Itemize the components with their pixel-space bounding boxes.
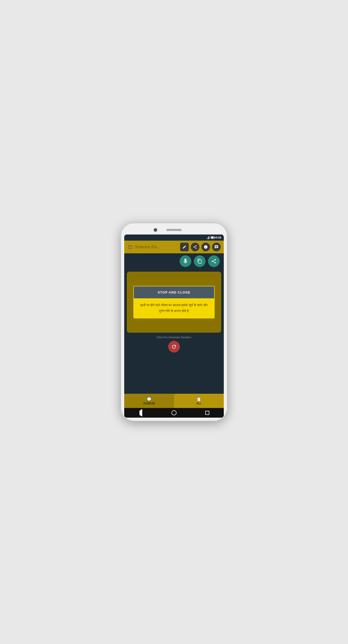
tab-random[interactable]: 💬 RANDOM: [124, 394, 174, 408]
stop-close-button[interactable]: STOP AND CLOSE: [133, 286, 215, 298]
status-time: 4:59: [216, 236, 221, 239]
tab-random-icon: 💬: [147, 397, 152, 402]
app-bar: Science Fa...: [124, 241, 224, 253]
share-action-button[interactable]: [208, 255, 220, 267]
chat-icon-btn[interactable]: [212, 243, 221, 251]
back-button[interactable]: [137, 409, 144, 416]
tab-bar: 💬 RANDOM 📋 ALL: [124, 394, 224, 408]
home-icon: [171, 410, 177, 415]
back-icon: [139, 411, 142, 415]
tab-all[interactable]: 📋 ALL: [174, 394, 224, 408]
phone-frame: 4:59 Science Fa...: [121, 223, 227, 421]
svg-marker-1: [208, 237, 208, 239]
home-button[interactable]: [170, 409, 178, 416]
signal-icon: [207, 236, 210, 239]
card-area: STOP AND CLOSE पृथ्वी पर होने वाले मौसम …: [127, 272, 221, 333]
tab-all-label: ALL: [196, 402, 201, 405]
tts-button[interactable]: [180, 255, 191, 267]
svg-marker-2: [209, 236, 209, 239]
generate-random-label: Click For Generate Random: [157, 336, 192, 339]
recents-icon: [205, 411, 209, 415]
status-icons: 4:59: [207, 236, 221, 239]
tab-all-icon: 📋: [196, 397, 201, 402]
recents-button[interactable]: [204, 409, 211, 416]
app-title: Science Fa...: [135, 244, 178, 250]
tab-random-label: RANDOM: [144, 402, 155, 405]
android-icon: [127, 244, 133, 250]
dialog-text-box: पृथ्वी पर होने वाले मौसम का बदलाव इसके स…: [133, 298, 215, 318]
dialog-overlay: STOP AND CLOSE पृथ्वी पर होने वाले मौसम …: [127, 272, 221, 333]
action-row: [124, 253, 224, 269]
copy-button[interactable]: [194, 255, 205, 267]
main-content: STOP AND CLOSE पृथ्वी पर होने वाले मौसम …: [124, 269, 224, 394]
phone-screen: 4:59 Science Fa...: [124, 235, 224, 418]
battery-icon: [211, 236, 215, 239]
share-icon-btn[interactable]: [191, 243, 199, 251]
svg-marker-0: [207, 238, 207, 239]
refresh-button[interactable]: [168, 341, 180, 353]
svg-line-6: [131, 245, 132, 246]
speaker-grille: [166, 229, 182, 231]
hindi-fact-text: पृथ्वी पर होने वाले मौसम का बदलाव इसके स…: [138, 302, 210, 314]
phone-top-bar: [124, 226, 224, 233]
svg-line-5: [129, 245, 129, 246]
status-bar: 4:59: [124, 235, 224, 241]
nav-bar: [124, 408, 224, 418]
camera: [154, 228, 157, 232]
edit-icon-btn[interactable]: [180, 243, 189, 251]
info-icon-btn[interactable]: [201, 243, 210, 251]
